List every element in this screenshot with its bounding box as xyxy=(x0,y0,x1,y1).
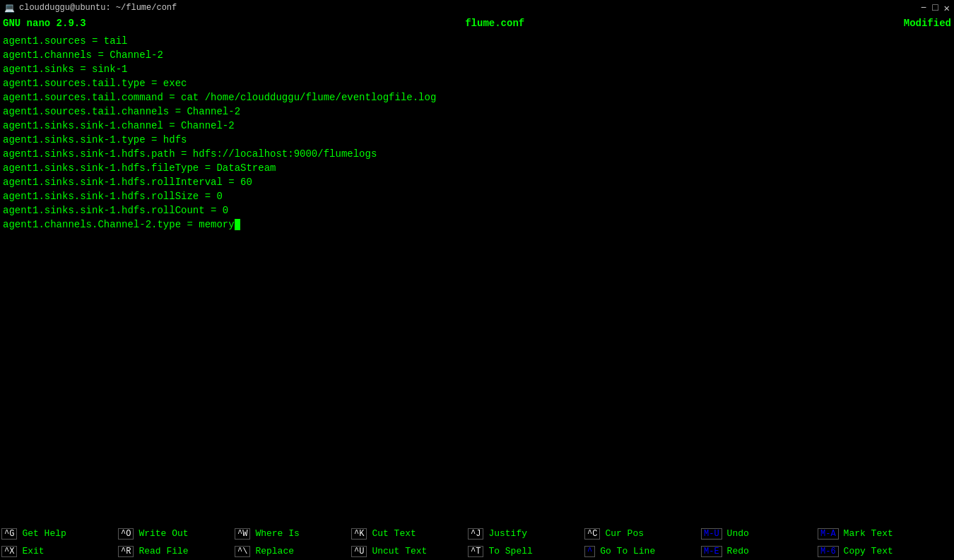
title-bar: 💻 cloudduggu@ubuntu: ~/flume/conf − □ ✕ xyxy=(0,0,954,16)
shortcut-item[interactable]: ^TTo Spell xyxy=(466,542,583,560)
shortcut-label: Justify xyxy=(485,528,527,539)
shortcut-key: M-A xyxy=(818,528,839,540)
window-controls[interactable]: − □ ✕ xyxy=(921,2,950,14)
shortcut-item[interactable]: ^XExit xyxy=(0,542,117,560)
shortcut-key: ^J xyxy=(468,528,483,540)
shortcut-key: ^\ xyxy=(235,546,250,557)
terminal-icon: 💻 xyxy=(4,3,15,13)
shortcut-key: ^G xyxy=(1,528,17,540)
shortcut-key: ^W xyxy=(235,528,250,540)
shortcut-key: ^X xyxy=(1,546,17,557)
shortcut-key: ^T xyxy=(468,546,483,557)
shortcut-item[interactable]: ^UUncut Text xyxy=(350,542,466,560)
shortcut-item[interactable]: ^RRead File xyxy=(117,542,233,560)
shortcut-item[interactable]: M-6Copy Text xyxy=(816,542,933,560)
shortcut-label: Undo xyxy=(724,528,749,539)
shortcut-label: Replace xyxy=(252,546,294,556)
shortcut-label: Redo xyxy=(724,546,749,556)
shortcut-item[interactable]: ^GGet Help xyxy=(0,525,117,542)
shortcut-label: To Spell xyxy=(485,546,532,556)
editor-area[interactable]: agent1.sources = tail agent1.channels = … xyxy=(0,31,954,525)
shortcut-key: ^O xyxy=(118,528,134,540)
shortcut-label: Cut Text xyxy=(369,528,416,539)
shortcut-key: M-U xyxy=(701,528,722,540)
cursor xyxy=(235,219,240,230)
shortcut-item[interactable]: M-UUndo xyxy=(700,525,816,542)
file-name: flume.conf xyxy=(465,18,524,29)
maximize-button[interactable]: □ xyxy=(932,2,938,14)
minimize-button[interactable]: − xyxy=(921,2,926,14)
shortcut-key: ^R xyxy=(118,546,134,557)
shortcut-item[interactable]: ^JJustify xyxy=(466,525,583,542)
shortcut-item[interactable]: ^WWhere Is xyxy=(233,525,350,542)
shortcut-key: M-E xyxy=(701,546,722,557)
shortcut-label: Exit xyxy=(19,546,44,556)
shortcut-label: Get Help xyxy=(19,528,66,539)
shortcut-bar: ^GGet Help^OWrite Out^WWhere Is^KCut Tex… xyxy=(0,525,954,560)
shortcut-label: Write Out xyxy=(136,528,188,539)
shortcut-item[interactable]: ^Go To Line xyxy=(583,542,700,560)
nano-version: GNU nano 2.9.3 xyxy=(3,18,86,29)
shortcut-label: Cur Pos xyxy=(602,528,644,539)
shortcut-key: ^K xyxy=(351,528,367,540)
modified-status: Modified xyxy=(904,18,951,29)
nano-header: GNU nano 2.9.3 flume.conf Modified xyxy=(0,16,954,31)
close-button[interactable]: ✕ xyxy=(944,2,950,14)
window-title: cloudduggu@ubuntu: ~/flume/conf xyxy=(19,3,177,13)
shortcut-label: Copy Text xyxy=(841,546,893,556)
shortcut-label: Uncut Text xyxy=(369,546,427,556)
shortcut-item[interactable]: M-AMark Text xyxy=(816,525,933,542)
shortcut-label: Where Is xyxy=(252,528,299,539)
shortcut-key: ^U xyxy=(351,546,367,557)
shortcut-label: Read File xyxy=(136,546,188,556)
shortcut-label: Go To Line xyxy=(597,546,655,556)
shortcut-item[interactable]: ^CCur Pos xyxy=(583,525,700,542)
shortcut-item[interactable]: ^OWrite Out xyxy=(117,525,233,542)
shortcut-key: M-6 xyxy=(818,546,839,557)
shortcut-item[interactable]: ^\Replace xyxy=(233,542,350,560)
shortcut-item[interactable]: ^KCut Text xyxy=(350,525,466,542)
shortcut-label: Mark Text xyxy=(841,528,893,539)
shortcut-item[interactable]: M-ERedo xyxy=(700,542,816,560)
shortcut-key: ^C xyxy=(584,528,600,540)
shortcut-key: ^ xyxy=(584,546,595,557)
